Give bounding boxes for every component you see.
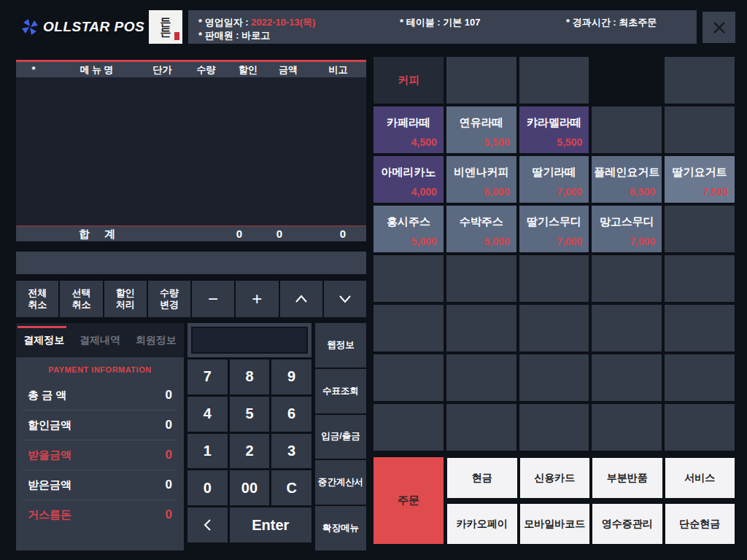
plus-button[interactable]: + bbox=[236, 281, 278, 317]
minus-button[interactable]: − bbox=[192, 281, 234, 317]
order-button[interactable]: 주문 bbox=[374, 457, 444, 544]
cancel-all-label-bottom: 취소 bbox=[28, 299, 47, 311]
table-value: 기본 107 bbox=[443, 17, 480, 28]
category-coffee[interactable]: 커피 bbox=[374, 57, 444, 104]
menu-item-price: 5,500 bbox=[557, 136, 582, 148]
simple-cash-button[interactable]: 단순현금 bbox=[665, 504, 735, 544]
kakaopay-button[interactable]: 카카오페이 bbox=[447, 504, 517, 544]
menu-item-watermelon-juice[interactable]: 수박주스 5,000 bbox=[446, 206, 516, 252]
menu-cell-empty bbox=[665, 106, 735, 153]
numpad-key-8[interactable]: 8 bbox=[230, 359, 270, 394]
session-info-bar: * 영업일자 : 2022-10-13(목) * 판매원 : 바로고 * 테이블… bbox=[188, 10, 697, 44]
mobile-barcode-button[interactable]: 모바일바코드 bbox=[520, 504, 590, 544]
menu-cell-empty bbox=[592, 255, 662, 302]
menu-cell-empty bbox=[374, 354, 444, 401]
numpad-key-00[interactable]: 00 bbox=[230, 470, 270, 505]
extended-menu-button[interactable]: 확장메뉴 bbox=[315, 506, 366, 551]
close-icon bbox=[711, 19, 728, 36]
payment-row-total: 총 금 액 0 bbox=[23, 381, 177, 411]
numpad-key-0[interactable]: 0 bbox=[187, 470, 228, 505]
numpad-key-6[interactable]: 6 bbox=[271, 397, 311, 432]
business-date-value: 2022-10-13(목) bbox=[251, 17, 315, 28]
interim-bill-button[interactable]: 중간계산서 bbox=[315, 460, 366, 505]
menu-item-name: 연유라떼 bbox=[446, 116, 516, 130]
numpad-key-3[interactable]: 3 bbox=[271, 434, 311, 469]
menu-item-plain-yogurt[interactable]: 플레인요거트 6,500 bbox=[592, 156, 662, 203]
message-bar bbox=[16, 252, 366, 274]
menu-item-strawberry-smoothie[interactable]: 딸기스무디 7,000 bbox=[519, 206, 589, 252]
quantity-change-button[interactable]: 수량 변경 bbox=[148, 281, 190, 317]
close-button[interactable] bbox=[703, 12, 735, 43]
menu-item-americano[interactable]: 아메리카노 4,000 bbox=[374, 156, 444, 203]
partial-return-button[interactable]: 부분반품 bbox=[592, 458, 662, 498]
check-inquiry-button[interactable]: 수표조회 bbox=[315, 369, 366, 413]
menu-item-condensed-milk-latte[interactable]: 연유라떼 5,500 bbox=[446, 106, 516, 153]
menu-item-price: 7,500 bbox=[703, 186, 728, 198]
col-menu-name: 메 뉴 명 bbox=[51, 63, 142, 77]
numpad-enter-button[interactable]: Enter bbox=[230, 508, 311, 542]
menu-cell-empty bbox=[665, 354, 735, 401]
col-star: * bbox=[16, 64, 51, 75]
total-amount: 0 bbox=[322, 228, 346, 240]
menu-item-cafe-latte[interactable]: 카페라떼 4,500 bbox=[374, 106, 444, 153]
order-edit-toolbar: 전체 취소 선택 취소 할인 처리 수량 변경 − + bbox=[16, 281, 366, 317]
deposit-withdraw-button[interactable]: 입금/출금 bbox=[315, 415, 366, 459]
menu-cell-empty bbox=[592, 354, 662, 401]
numpad-key-clear[interactable]: C bbox=[271, 470, 311, 505]
menu-item-vienna-coffee[interactable]: 비엔나커피 6,000 bbox=[446, 156, 516, 203]
total-quantity: 0 bbox=[220, 228, 242, 240]
numpad-key-4[interactable]: 4 bbox=[187, 397, 228, 432]
tab-payment-info[interactable]: 결제정보 bbox=[16, 323, 72, 357]
payment-row-label: 거스름돈 bbox=[28, 508, 71, 522]
cancel-selected-button[interactable]: 선택 취소 bbox=[60, 281, 102, 317]
numpad-key-5[interactable]: 5 bbox=[230, 397, 270, 432]
brand-seal bbox=[174, 32, 179, 40]
menu-item-price: 5,500 bbox=[484, 136, 510, 148]
payment-info-title: PAYMENT INFORMATION bbox=[16, 357, 184, 381]
credit-card-button[interactable]: 신용카드 bbox=[520, 458, 590, 498]
category-coffee-label: 커피 bbox=[398, 74, 419, 88]
service-button[interactable]: 서비스 bbox=[665, 458, 735, 498]
numpad-display-frame bbox=[187, 323, 311, 357]
menu-item-price: 5,000 bbox=[411, 236, 437, 247]
receipt-manage-button[interactable]: 영수증관리 bbox=[592, 504, 662, 544]
plus-icon: + bbox=[252, 289, 262, 310]
menu-item-price: 7,000 bbox=[630, 236, 655, 247]
menu-cell-empty bbox=[665, 206, 735, 252]
cancel-all-button[interactable]: 전체 취소 bbox=[16, 281, 58, 317]
seller-value: 바로고 bbox=[241, 30, 270, 41]
menu-item-persimmon-juice[interactable]: 홍시주스 5,000 bbox=[374, 206, 444, 252]
numpad-key-9[interactable]: 9 bbox=[271, 359, 311, 394]
menu-item-mango-smoothie[interactable]: 망고스무디 7,000 bbox=[592, 206, 662, 252]
menu-item-strawberry-yogurt[interactable]: 딸기요거트 7,500 bbox=[665, 156, 735, 203]
web-info-button[interactable]: 웹정보 bbox=[315, 323, 366, 368]
cancel-selected-label-top: 선택 bbox=[71, 287, 90, 299]
numpad-key-7[interactable]: 7 bbox=[187, 359, 228, 394]
numpad-back-button[interactable] bbox=[187, 508, 228, 542]
menu-item-strawberry-latte[interactable]: 딸기라떼 7,000 bbox=[519, 156, 589, 203]
numpad-display[interactable] bbox=[191, 327, 308, 354]
menu-item-price: 5,000 bbox=[484, 236, 510, 247]
payment-row-change: 거스름돈 0 bbox=[23, 500, 177, 529]
menu-item-price: 6,000 bbox=[484, 186, 510, 198]
payment-row-due: 받을금액 0 bbox=[23, 440, 177, 470]
col-discount: 할인 bbox=[230, 63, 266, 77]
menu-item-name: 수박주스 bbox=[446, 215, 516, 229]
payment-row-value: 0 bbox=[166, 448, 172, 462]
discount-button[interactable]: 할인 처리 bbox=[104, 281, 147, 317]
numpad-key-1[interactable]: 1 bbox=[187, 434, 228, 469]
cash-button[interactable]: 현금 bbox=[447, 458, 517, 498]
numpad-key-2[interactable]: 2 bbox=[230, 434, 270, 469]
quantity-change-label-top: 수량 bbox=[160, 287, 179, 299]
tab-member-info[interactable]: 회원정보 bbox=[128, 323, 184, 357]
payment-row-label: 할인금액 bbox=[28, 419, 71, 432]
menu-cell-empty bbox=[446, 354, 516, 401]
menu-cell-empty bbox=[665, 404, 735, 451]
menu-cell-empty bbox=[665, 305, 735, 351]
scroll-down-button[interactable] bbox=[324, 281, 366, 317]
pinwheel-icon bbox=[20, 18, 39, 36]
menu-item-caramel-latte[interactable]: 캬라멜라떼 5,500 bbox=[519, 106, 589, 153]
tab-payment-history[interactable]: 결제내역 bbox=[72, 323, 128, 357]
app-logo: OLLSTAR POS bbox=[20, 18, 144, 36]
scroll-up-button[interactable] bbox=[280, 281, 322, 317]
